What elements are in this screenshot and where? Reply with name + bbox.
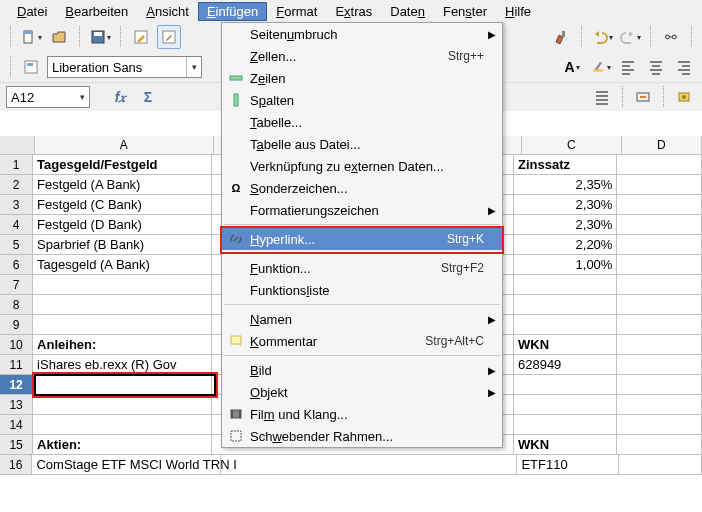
cell[interactable]: Tagesgeld (A Bank) [33,255,212,275]
column-header[interactable]: A [35,136,214,154]
cell[interactable]: WKN [514,435,617,455]
cell[interactable] [33,415,212,435]
row-header[interactable]: 14 [0,415,33,435]
menu-item[interactable]: ΩSonderzeichen... [222,177,502,199]
fx-button[interactable]: f𝑥 [108,85,132,109]
cell[interactable]: 2,30% [514,215,617,235]
cell[interactable] [617,355,702,375]
redo-button[interactable]: ▾ [618,25,642,49]
cell[interactable] [617,315,702,335]
column-header[interactable]: C [522,136,622,154]
menu-item[interactable]: Hyperlink...Strg+K [222,228,502,250]
cell[interactable] [514,415,617,435]
cell[interactable] [514,375,617,395]
menu-item[interactable]: Objekt▶ [222,381,502,403]
font-name-box[interactable]: ▾ [47,56,202,78]
menu-item[interactable]: KommentarStrg+Alt+C [222,330,502,352]
cell[interactable] [617,415,702,435]
cell[interactable] [617,375,702,395]
align-left-button[interactable] [616,55,640,79]
cell[interactable]: 628949 [514,355,617,375]
cell[interactable]: 1,00% [514,255,617,275]
menu-item[interactable]: Spalten [222,89,502,111]
font-color-button[interactable]: A▾ [560,55,584,79]
row-header[interactable]: 11 [0,355,33,375]
brush-button[interactable] [549,25,573,49]
row-header[interactable]: 3 [0,195,33,215]
cell[interactable]: Zinssatz [514,155,617,175]
edit-button[interactable] [129,25,153,49]
edit-mode-button[interactable] [157,25,181,49]
cell[interactable]: Sparbrief (B Bank) [33,235,212,255]
align-center-button[interactable] [644,55,668,79]
cell[interactable] [514,275,617,295]
cell[interactable] [33,375,212,395]
cell[interactable]: 2,30% [514,195,617,215]
row-header[interactable]: 6 [0,255,33,275]
column-header[interactable]: D [622,136,702,154]
cell[interactable]: Festgeld (D Bank) [33,215,212,235]
cell[interactable] [617,255,702,275]
menu-item[interactable]: Namen▶ [222,308,502,330]
row-header[interactable]: 5 [0,235,33,255]
cell[interactable] [617,295,702,315]
cell[interactable] [617,335,702,355]
menu-item[interactable]: Verknüpfung zu externen Daten... [222,155,502,177]
menu-item[interactable]: Zellen...Strg++ [222,45,502,67]
cell[interactable] [617,435,702,455]
cell[interactable]: Aktien: [33,435,212,455]
merge-button[interactable] [631,85,655,109]
row-header[interactable]: 4 [0,215,33,235]
cell[interactable] [617,155,702,175]
menu-item[interactable]: Seitenumbruch▶ [222,23,502,45]
cell[interactable]: ComStage ETF MSCI World TRN I [32,455,221,475]
cell[interactable] [514,395,617,415]
new-button[interactable]: ▾ [19,25,43,49]
menu-item[interactable]: Format [267,2,326,21]
row-header[interactable]: 10 [0,335,33,355]
menu-item[interactable]: Schwebender Rahmen... [222,425,502,447]
row-header[interactable]: 1 [0,155,33,175]
undo-button[interactable]: ▾ [590,25,614,49]
row-header[interactable]: 2 [0,175,33,195]
cell[interactable]: iShares eb.rexx (R) Gov [33,355,212,375]
cell[interactable] [617,215,702,235]
menu-item[interactable]: Tabelle... [222,111,502,133]
align-right-button[interactable] [672,55,696,79]
menu-item[interactable]: Bild▶ [222,359,502,381]
cell[interactable]: Tagesgeld/Festgeld [33,155,212,175]
row-header[interactable]: 13 [0,395,33,415]
menu-item[interactable]: Daten [381,2,434,21]
cell[interactable] [617,175,702,195]
cell[interactable]: 2,20% [514,235,617,255]
menu-item[interactable]: Bearbeiten [56,2,137,21]
cell[interactable] [33,275,212,295]
cell-reference-input[interactable] [7,88,75,106]
menu-item[interactable]: Fenster [434,2,496,21]
cell[interactable]: Festgeld (A Bank) [33,175,212,195]
cell[interactable] [33,315,212,335]
menu-item[interactable]: Funktion...Strg+F2 [222,257,502,279]
cell[interactable] [514,295,617,315]
menu-item[interactable]: Funktionsliste [222,279,502,301]
align-justify-button[interactable] [590,85,614,109]
styles-button[interactable] [19,55,43,79]
cell[interactable]: Festgeld (C Bank) [33,195,212,215]
cell[interactable] [617,395,702,415]
open-button[interactable] [47,25,71,49]
row-header[interactable]: 9 [0,315,33,335]
row-header[interactable]: 12 [0,375,33,395]
cell[interactable]: 2,35% [514,175,617,195]
cell[interactable]: Anleihen: [33,335,212,355]
sum-button[interactable]: Σ [136,85,160,109]
cell[interactable] [514,315,617,335]
cell[interactable] [617,275,702,295]
save-button[interactable]: ▾ [88,25,112,49]
cell[interactable] [33,395,212,415]
cell[interactable]: ETF110 [517,455,619,475]
currency-button[interactable] [672,85,696,109]
menu-item[interactable]: Hilfe [496,2,540,21]
menu-item[interactable]: Einfügen [198,2,267,21]
table-row[interactable]: 16ComStage ETF MSCI World TRN IETF110 [0,455,702,475]
row-header[interactable]: 15 [0,435,33,455]
